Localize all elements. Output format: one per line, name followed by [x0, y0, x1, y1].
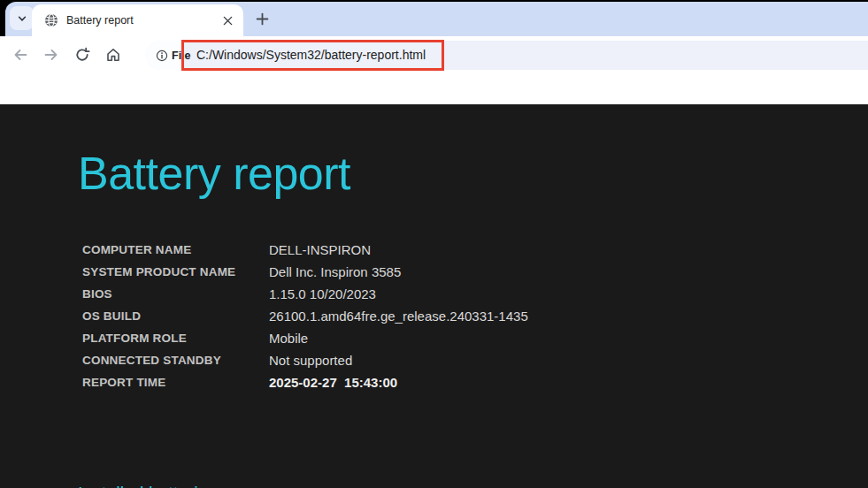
browser-tab[interactable]: Battery report [32, 4, 243, 36]
info-label: REPORT TIME [82, 371, 269, 393]
system-info-table: COMPUTER NAME DELL-INSPIRON SYSTEM PRODU… [82, 239, 528, 393]
info-value: Not supported [269, 349, 352, 371]
info-value: DELL-INSPIRON [269, 239, 371, 261]
arrow-right-icon [43, 47, 59, 63]
tab-search-button[interactable] [10, 6, 34, 30]
info-label: COMPUTER NAME [82, 239, 269, 261]
back-button[interactable] [12, 46, 29, 64]
file-scheme-chip[interactable]: File [146, 41, 184, 70]
tab-strip: Battery report [5, 2, 868, 36]
arrow-left-icon [12, 47, 28, 63]
table-row: REPORT TIME 2025-02-27 15:43:00 [82, 371, 528, 393]
info-label: BIOS [82, 283, 269, 305]
table-row: CONNECTED STANDBY Not supported [82, 349, 528, 371]
section-title-installed-batteries: Installed batteries [78, 484, 217, 488]
info-value: Mobile [269, 327, 308, 349]
table-row: SYSTEM PRODUCT NAME Dell Inc. Inspiron 3… [82, 261, 528, 283]
file-chip-label: File [172, 50, 191, 62]
info-value: 1.15.0 10/20/2023 [269, 283, 376, 305]
url-text[interactable]: C:/Windows/System32/battery-report.html [196, 41, 426, 70]
table-row: BIOS 1.15.0 10/20/2023 [82, 283, 528, 305]
reload-button[interactable] [73, 46, 91, 64]
globe-icon [44, 13, 58, 27]
info-value: Dell Inc. Inspiron 3585 [269, 261, 401, 283]
info-label: OS BUILD [82, 305, 269, 327]
chevron-down-icon [17, 13, 27, 24]
home-icon [105, 47, 121, 63]
plus-icon [256, 12, 269, 26]
page-title: Battery report [78, 147, 350, 200]
info-label: CONNECTED STANDBY [82, 349, 269, 371]
info-label: SYSTEM PRODUCT NAME [82, 261, 269, 283]
home-button[interactable] [104, 46, 122, 64]
info-label: PLATFORM ROLE [82, 327, 269, 349]
info-value: 26100.1.amd64fre.ge_release.240331-1435 [269, 305, 528, 327]
forward-button[interactable] [42, 46, 60, 64]
page-content: Battery report COMPUTER NAME DELL-INSPIR… [0, 104, 868, 488]
tab-title: Battery report [66, 4, 134, 36]
table-row: OS BUILD 26100.1.amd64fre.ge_release.240… [82, 305, 528, 327]
table-row: COMPUTER NAME DELL-INSPIRON [82, 239, 528, 261]
browser-window: Battery report [0, 0, 868, 488]
address-bar[interactable]: File C:/Windows/System32/battery-report.… [146, 41, 868, 70]
reload-icon [74, 47, 90, 63]
new-tab-button[interactable] [250, 6, 274, 31]
info-value-report-time: 2025-02-27 15:43:00 [269, 371, 397, 393]
browser-toolbar: File C:/Windows/System32/battery-report.… [0, 36, 868, 104]
close-tab-button[interactable] [221, 14, 234, 27]
table-row: PLATFORM ROLE Mobile [82, 327, 528, 349]
info-icon [156, 50, 168, 62]
